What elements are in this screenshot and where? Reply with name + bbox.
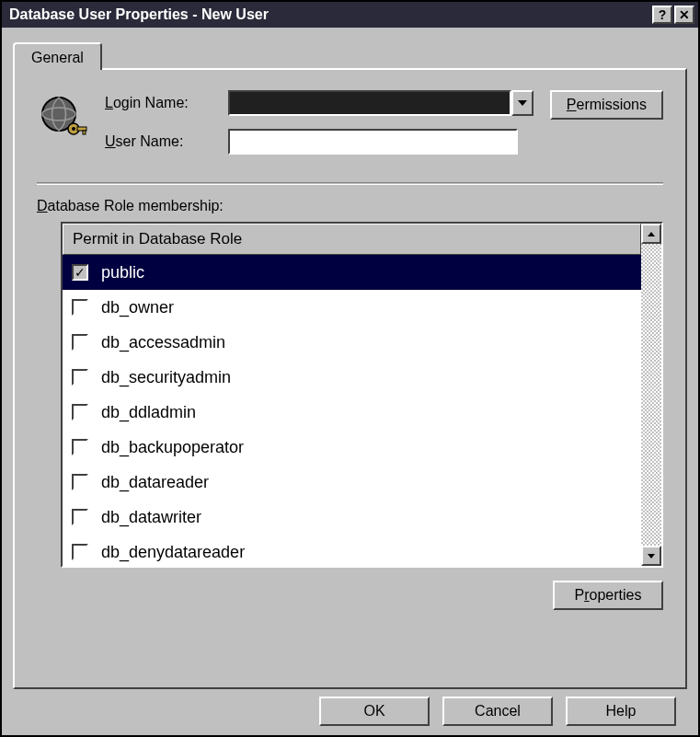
svg-rect-5	[83, 131, 86, 134]
user-name-input[interactable]	[228, 129, 518, 155]
scroll-down-button[interactable]	[641, 546, 661, 566]
role-checkbox[interactable]: ✓	[72, 264, 88, 281]
role-row[interactable]: db_backupoperator	[63, 430, 641, 465]
globe-key-icon	[37, 92, 88, 144]
ok-button[interactable]: OK	[319, 697, 430, 726]
role-label: db_backupoperator	[101, 433, 244, 461]
svg-marker-8	[648, 554, 655, 559]
login-name-dropdown-button[interactable]	[511, 90, 534, 116]
question-icon: ?	[659, 8, 667, 21]
role-row[interactable]: db_securityadmin	[63, 360, 641, 395]
role-label: public	[101, 259, 144, 286]
role-label: db_ddladmin	[101, 398, 196, 426]
help-titlebar-button[interactable]: ?	[652, 6, 672, 24]
cancel-button[interactable]: Cancel	[442, 697, 553, 726]
dialog-window: Database User Properties - New User ? ✕ …	[0, 0, 700, 737]
tab-general-label: General	[31, 50, 84, 65]
window-title: Database User Properties - New User	[9, 6, 652, 23]
chevron-up-icon	[648, 232, 655, 236]
close-icon: ✕	[679, 8, 690, 21]
client-area: General Lo	[2, 28, 698, 735]
role-membership-label: Database Role membership:	[37, 198, 663, 214]
role-checkbox[interactable]	[72, 369, 88, 386]
role-label: db_datawriter	[101, 503, 201, 531]
login-name-value[interactable]	[228, 90, 511, 116]
role-row[interactable]: ✓public	[63, 255, 641, 290]
svg-rect-4	[77, 127, 86, 131]
roles-list-header: Permit in Database Role	[63, 224, 641, 255]
role-label: db_securityadmin	[101, 363, 231, 391]
chevron-down-icon	[518, 100, 527, 106]
svg-marker-7	[648, 232, 655, 236]
role-checkbox[interactable]	[72, 474, 88, 490]
role-row[interactable]: db_ddladmin	[63, 395, 641, 430]
role-row[interactable]: db_owner	[63, 290, 641, 325]
role-label: db_denydatareader	[101, 538, 245, 566]
role-row[interactable]: db_datareader	[63, 465, 641, 500]
role-checkbox[interactable]	[72, 334, 88, 351]
close-titlebar-button[interactable]: ✕	[674, 6, 694, 24]
role-checkbox[interactable]	[72, 544, 88, 560]
role-label: db_accessadmin	[101, 328, 225, 356]
role-row[interactable]: db_denydatareader	[63, 535, 641, 566]
role-checkbox[interactable]	[72, 509, 88, 525]
roles-listbox[interactable]: Permit in Database Role ✓publicdb_ownerd…	[61, 222, 663, 568]
chevron-down-icon	[648, 554, 655, 559]
login-name-label: Login Name:	[105, 95, 219, 111]
role-label: db_datareader	[101, 468, 209, 496]
permissions-button[interactable]: Permissions	[550, 90, 663, 120]
login-name-combo[interactable]	[228, 90, 534, 116]
role-row[interactable]: db_datawriter	[63, 500, 641, 535]
properties-button[interactable]: Properties	[553, 581, 663, 610]
titlebar: Database User Properties - New User ? ✕	[2, 2, 698, 28]
tab-strip: General	[13, 40, 687, 68]
role-checkbox[interactable]	[72, 404, 88, 420]
tab-general[interactable]: General	[13, 42, 102, 70]
role-label: db_owner	[101, 294, 174, 321]
svg-point-3	[72, 127, 75, 131]
tab-panel-general: Login Name: User Name: Pe	[13, 68, 687, 689]
roles-scrollbar[interactable]	[641, 224, 661, 566]
svg-marker-6	[518, 100, 527, 106]
scroll-up-button[interactable]	[641, 224, 661, 244]
separator	[37, 182, 663, 185]
role-checkbox[interactable]	[72, 439, 88, 455]
help-button[interactable]: Help	[566, 697, 676, 726]
role-checkbox[interactable]	[72, 299, 88, 316]
user-name-label: User Name:	[105, 133, 219, 150]
role-row[interactable]: db_accessadmin	[63, 325, 641, 360]
dialog-button-row: OK Cancel Help	[13, 689, 687, 726]
